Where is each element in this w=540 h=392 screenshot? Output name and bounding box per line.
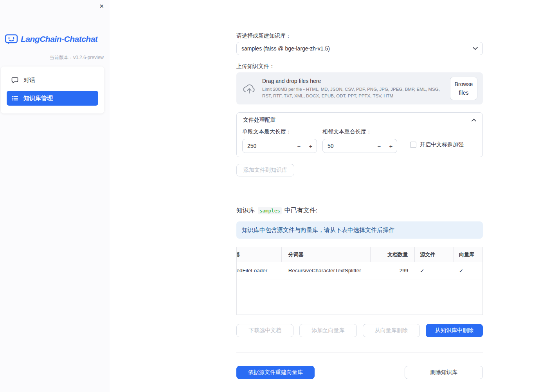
chunk-size-field[interactable]: [243, 143, 293, 149]
kb-selectbox[interactable]: samples (faiss @ bge-large-zh-v1.5): [236, 42, 483, 55]
browse-files-button[interactable]: Browse files: [450, 77, 477, 101]
overlap-field[interactable]: [323, 143, 373, 149]
kb-files-heading: 知识库 samples 中已有文件:: [236, 207, 483, 215]
sidebar: ✕ LangChain-Chatchat 当前版本：v0.2.6-preview: [0, 0, 110, 392]
kb-files-prefix: 知识库: [236, 207, 255, 215]
zh-title-checkbox-label: 开启中文标题加强: [420, 141, 464, 148]
app-title: LangChain-Chatchat: [21, 34, 97, 44]
overlap-label: 相邻文本重合长度：: [322, 128, 397, 135]
sidebar-item-dialogue[interactable]: 对话: [7, 73, 98, 88]
table-header: 器 分词器 文档数量 源文件 向量库: [237, 247, 482, 262]
file-config-expander: 文件处理配置 单段文本最大长度： − + 相邻文本重合长度：: [236, 112, 483, 157]
overlap-decrement-button[interactable]: −: [373, 143, 385, 149]
kb-files-suffix: 中已有文件:: [284, 207, 317, 215]
version-label: 当前版本：v0.2.6-preview: [50, 54, 104, 61]
column-header-loader: 器: [237, 247, 282, 262]
cell-loader: redFileLoader: [237, 262, 282, 279]
chunk-size-input: − +: [242, 139, 317, 153]
add-to-vector-store-button[interactable]: 添加至向量库: [299, 324, 356, 337]
download-selected-button[interactable]: 下载选中文档: [236, 324, 293, 337]
chunk-size-group: 单段文本最大长度： − +: [242, 128, 317, 153]
column-header-splitter: 分词器: [282, 247, 371, 262]
expander-title: 文件处理配置: [243, 117, 276, 124]
chunk-size-increment-button[interactable]: +: [305, 143, 317, 149]
file-dropzone[interactable]: Drag and drop files here Limit 200MB per…: [236, 72, 483, 104]
sidebar-close-icon[interactable]: ✕: [99, 3, 104, 9]
cell-splitter: RecursiveCharacterTextSplitter: [282, 262, 371, 279]
info-banner-text: 知识库中包含源文件与向量库，请从下表中选择文件后操作: [242, 227, 394, 234]
column-header-vector-store: 向量库: [454, 247, 482, 262]
delete-from-vector-store-button[interactable]: 从向量库删除: [363, 324, 420, 337]
table-row[interactable]: redFileLoader RecursiveCharacterTextSpli…: [237, 262, 482, 279]
chunk-size-decrement-button[interactable]: −: [293, 143, 305, 149]
expander-body: 单段文本最大长度： − + 相邻文本重合长度： − +: [237, 128, 482, 153]
dropzone-limits: Limit 200MB per file • HTML, MD, JSON, C…: [262, 86, 450, 99]
info-banner: 知识库中包含源文件与向量库，请从下表中选择文件后操作: [236, 221, 483, 239]
kb-actions-row: 依据源文件重建向量库 删除知识库: [236, 366, 483, 379]
kb-select-label: 请选择或新建知识库：: [236, 32, 483, 40]
add-files-to-kb-button[interactable]: 添加文件到知识库: [236, 164, 294, 176]
chevron-up-icon: [472, 119, 476, 122]
dropzone-title: Drag and drop files here: [262, 78, 450, 84]
list-icon: [11, 95, 18, 102]
file-actions-row: 下载选中文档 添加至向量库 从向量库删除 从知识库中删除: [236, 324, 483, 337]
divider: [236, 193, 483, 193]
overlap-group: 相邻文本重合长度： − +: [322, 128, 397, 153]
logo-chat-icon: [5, 34, 18, 45]
sidebar-item-label: 对话: [23, 77, 35, 84]
overlap-input: − +: [322, 139, 397, 153]
column-header-source-file: 源文件: [415, 247, 454, 262]
dropzone-texts: Drag and drop files here Limit 200MB per…: [262, 78, 450, 99]
page: ✕ LangChain-Chatchat 当前版本：v0.2.6-preview: [0, 0, 540, 392]
sidebar-menu: 对话 知识库管理: [1, 67, 104, 113]
divider: [236, 352, 483, 352]
logo: LangChain-Chatchat: [5, 34, 97, 45]
overlap-increment-button[interactable]: +: [385, 143, 397, 149]
cell-vector-store-check: ✓: [454, 262, 482, 279]
cell-doc-count: 299: [371, 262, 415, 279]
chevron-down-icon: [473, 47, 478, 50]
kb-selectbox-value: samples (faiss @ bge-large-zh-v1.5): [241, 45, 330, 52]
rebuild-vector-store-button[interactable]: 依据源文件重建向量库: [236, 366, 315, 379]
chunk-size-label: 单段文本最大长度：: [242, 128, 317, 135]
cloud-upload-icon: [243, 83, 256, 94]
chat-bubble-icon: [11, 77, 18, 84]
zh-title-checkbox[interactable]: [410, 142, 416, 148]
delete-kb-button[interactable]: 删除知识库: [405, 366, 483, 379]
cell-source-file-check: ✓: [415, 262, 454, 279]
kb-files-table: 器 分词器 文档数量 源文件 向量库 redFileLoader Recursi…: [236, 247, 483, 315]
upload-label: 上传知识文件：: [236, 63, 483, 70]
main-content: 请选择或新建知识库： samples (faiss @ bge-large-zh…: [236, 32, 483, 379]
column-header-doc-count: 文档数量: [371, 247, 415, 262]
delete-from-kb-button[interactable]: 从知识库中删除: [426, 324, 483, 337]
expander-header[interactable]: 文件处理配置: [237, 113, 482, 128]
sidebar-item-knowledge-base[interactable]: 知识库管理: [7, 91, 98, 106]
zh-title-checkbox-group: 开启中文标题加强: [410, 141, 464, 148]
kb-name-code: samples: [258, 207, 282, 214]
sidebar-item-label: 知识库管理: [23, 95, 53, 102]
